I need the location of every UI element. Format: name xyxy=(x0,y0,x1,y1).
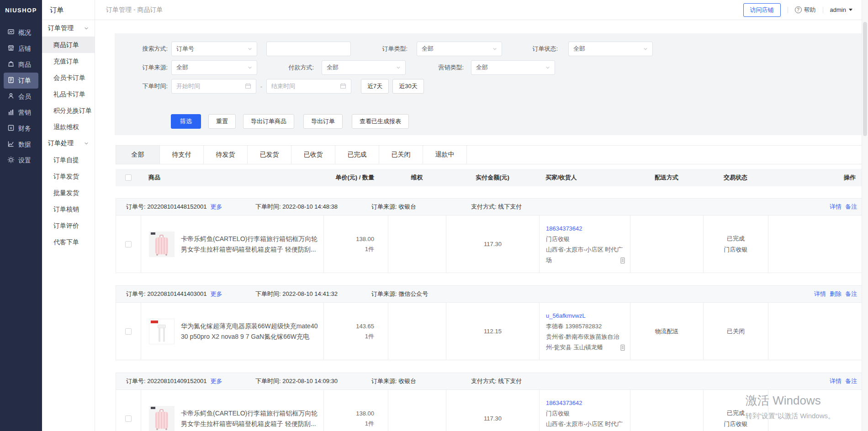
col-buyer: 买家/收货人 xyxy=(539,173,630,182)
actions-cell xyxy=(768,216,864,273)
detail-link[interactable]: 详情 xyxy=(830,203,842,211)
page-scrollbar[interactable] xyxy=(862,0,868,431)
tab-pending-payment[interactable]: 待支付 xyxy=(160,146,204,164)
nav-item-overview[interactable]: 概况 xyxy=(0,25,42,41)
tab-refunding[interactable]: 退款中 xyxy=(423,146,467,164)
delivery-cell: 物流配送 xyxy=(630,303,704,360)
row-checkbox[interactable] xyxy=(125,328,132,335)
actions-cell xyxy=(768,390,864,431)
nav-item-data[interactable]: 数据 xyxy=(0,137,42,152)
remark-link[interactable]: 备注 xyxy=(845,203,857,211)
tab-completed[interactable]: 已完成 xyxy=(335,146,379,164)
search-input[interactable] xyxy=(266,42,351,56)
pay-method-select[interactable]: 全部 xyxy=(322,60,406,75)
rights-cell xyxy=(388,216,446,273)
nav-item-settings[interactable]: 设置 xyxy=(0,152,42,168)
address-copy-icon[interactable] xyxy=(619,257,625,267)
app-root: NIUSHOP 概况 店铺 商品 订单 会员 xyxy=(0,0,868,431)
address-copy-icon[interactable] xyxy=(619,344,625,354)
marketing-type-label: 营销类型: xyxy=(432,63,464,72)
sidebar-group-order-processing[interactable]: 订单处理 xyxy=(42,135,95,152)
nav-item-goods[interactable]: 商品 xyxy=(0,57,42,73)
remark-link[interactable]: 备注 xyxy=(845,290,857,298)
buyer-link[interactable]: u_56afkmvwzL xyxy=(546,310,586,321)
order-source-select[interactable]: 全部 xyxy=(171,60,257,75)
sidebar-item-agent-order[interactable]: 代客下单 xyxy=(42,234,95,250)
filter-submit-button[interactable]: 筛选 xyxy=(171,114,201,129)
tab-shipped[interactable]: 已发货 xyxy=(248,146,291,164)
visit-store-button[interactable]: 访问店铺 xyxy=(743,3,781,17)
sidebar-item-recharge-orders[interactable]: 充值订单 xyxy=(42,53,95,69)
order-type-select[interactable]: 全部 xyxy=(417,42,502,56)
data-icon xyxy=(7,140,15,149)
order-no: 202208101448152001 xyxy=(147,203,206,210)
sidebar-item-batch-delivery[interactable]: 批量发货 xyxy=(42,184,95,201)
end-date-input[interactable]: 结束时间 xyxy=(266,79,351,94)
tab-closed[interactable]: 已关闭 xyxy=(379,146,423,164)
more-link[interactable]: 更多 xyxy=(210,290,222,297)
detail-link[interactable]: 详情 xyxy=(814,290,826,298)
sidebar-item-review[interactable]: 订单评价 xyxy=(42,217,95,234)
delete-link[interactable]: 删除 xyxy=(830,290,842,298)
last30days-button[interactable]: 近30天 xyxy=(392,79,423,94)
sidebar-item-verification[interactable]: 订单核销 xyxy=(42,201,95,217)
nav-item-shop[interactable]: 店铺 xyxy=(0,41,42,57)
sidebar-item-points-orders[interactable]: 积分兑换订单 xyxy=(42,102,95,119)
detail-link[interactable]: 详情 xyxy=(830,377,842,385)
sidebar-item-goods-orders[interactable]: 商品订单 xyxy=(42,37,95,53)
start-date-input[interactable]: 开始时间 xyxy=(171,79,256,94)
content: 搜索方式: 订单号 订单类型: 全部 订单状态: 全部 xyxy=(95,20,868,431)
reset-button[interactable]: 重置 xyxy=(208,114,236,129)
sidebar-group-order-management[interactable]: 订单管理 xyxy=(42,20,95,37)
order-status-select[interactable]: 全部 xyxy=(568,42,653,56)
buyer-cell: 18634373642 门店收银 山西省-太原市-小店区 时代广场 xyxy=(540,216,630,273)
export-orders-button[interactable]: 导出订单 xyxy=(303,114,343,129)
row-checkbox[interactable] xyxy=(125,241,132,247)
nav-item-orders[interactable]: 订单 xyxy=(4,73,38,89)
nav-item-members[interactable]: 会员 xyxy=(0,89,42,105)
order-source-label: 订单来源: xyxy=(127,63,168,72)
col-delivery: 配送方式 xyxy=(630,173,703,182)
sidebar-item-giftcard-orders[interactable]: 礼品卡订单 xyxy=(42,86,95,102)
price-qty-cell: 138.00 1件 xyxy=(324,390,388,431)
col-paid-amount: 实付金额(元) xyxy=(446,173,539,182)
tab-received[interactable]: 已收货 xyxy=(291,146,335,164)
buyer-link[interactable]: 18634373642 xyxy=(546,398,582,408)
nav-item-finance[interactable]: ¥ 财务 xyxy=(0,121,42,137)
divider xyxy=(788,7,788,13)
nav-item-marketing[interactable]: 营销 xyxy=(0,105,42,121)
marketing-icon xyxy=(7,108,15,117)
sidebar-item-refund[interactable]: 退款维权 xyxy=(42,119,95,135)
remark-link[interactable]: 备注 xyxy=(845,377,857,385)
date-range-dash: - xyxy=(256,83,266,90)
tab-pending-shipment[interactable]: 待发货 xyxy=(204,146,248,164)
help-button[interactable]: ? 帮助 xyxy=(795,6,816,14)
order-header: 订单号: 202208101409152001更多 下单时间: 2022-08-… xyxy=(116,373,865,390)
more-link[interactable]: 更多 xyxy=(210,378,222,384)
chevron-down-icon xyxy=(84,140,89,147)
user-menu[interactable]: admin xyxy=(830,6,852,13)
product-image-suitcase xyxy=(149,406,175,431)
order-pay-method: 线下支付 xyxy=(498,203,522,210)
product-image-charger xyxy=(149,319,175,344)
more-link[interactable]: 更多 xyxy=(210,203,222,210)
sidebar-item-membercard-orders[interactable]: 会员卡订单 xyxy=(42,69,95,86)
sidebar-item-self-pickup[interactable]: 订单自提 xyxy=(42,152,95,168)
marketing-type-select[interactable]: 全部 xyxy=(471,60,555,75)
last7days-button[interactable]: 近7天 xyxy=(361,79,389,94)
paid-amount-cell: 117.30 xyxy=(446,390,540,431)
search-mode-select[interactable]: 订单号 xyxy=(171,42,257,56)
calendar-icon xyxy=(340,83,346,90)
select-all-checkbox[interactable] xyxy=(125,174,132,181)
view-reports-button[interactable]: 查看已生成报表 xyxy=(352,114,409,129)
scrollbar-thumb[interactable] xyxy=(863,22,867,136)
export-order-goods-button[interactable]: 导出订单商品 xyxy=(243,114,294,129)
product-image-suitcase xyxy=(149,231,175,257)
order-row: 卡帝乐鳄鱼(CARTELO)行李箱旅行箱铝框万向轮 男女学生拉杆箱密码箱登机箱皮… xyxy=(116,216,865,273)
row-checkbox[interactable] xyxy=(125,415,132,422)
order-icon xyxy=(7,76,15,85)
sidebar-item-delivery[interactable]: 订单发货 xyxy=(42,168,95,184)
buyer-link[interactable]: 18634373642 xyxy=(546,223,582,234)
rights-cell xyxy=(388,390,446,431)
tab-all[interactable]: 全部 xyxy=(116,146,160,164)
